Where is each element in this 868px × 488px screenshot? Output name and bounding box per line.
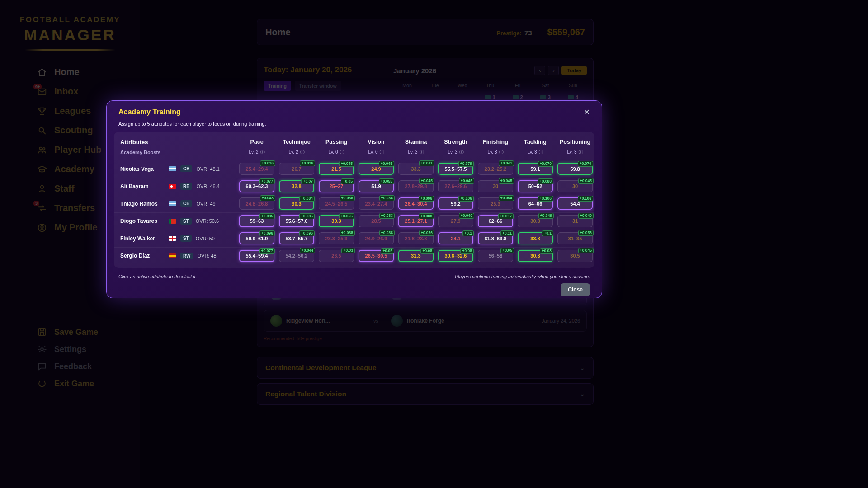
attribute-value: 30.5 — [570, 253, 580, 258]
attribute-cell-wrap: 60.3–62.3+0.077 — [237, 180, 277, 192]
attribute-cell-passing[interactable]: 26.5+0.03 — [319, 250, 354, 262]
attribute-cell-finishing[interactable]: 30+0.045 — [478, 180, 513, 192]
attribute-value: 27.9 — [451, 218, 460, 224]
info-icon[interactable]: ⓘ — [578, 150, 583, 155]
attribute-cell-vision[interactable]: 26.5–30.5+0.05 — [359, 250, 394, 262]
attribute-cell-passing[interactable]: 23.3–25.3+0.038 — [319, 232, 354, 244]
flag-es-icon — [169, 253, 176, 258]
attribute-cell-technique[interactable]: 54.2–56.2+0.044 — [279, 250, 314, 262]
attribute-value: 30 — [493, 183, 498, 189]
attribute-cell-finishing[interactable]: 25.3+0.054 — [478, 197, 513, 210]
attribute-cell-passing[interactable]: 21.5+0.045 — [319, 163, 354, 175]
info-icon[interactable]: ⓘ — [379, 150, 384, 155]
attribute-cell-wrap: 27.9+0.049 — [436, 215, 476, 227]
attribute-cell-strength[interactable]: 55.5–57.5+0.079 — [438, 163, 473, 175]
info-icon[interactable]: ⓘ — [260, 150, 264, 155]
attribute-value: 23.4–27.4 — [365, 201, 387, 206]
attribute-cell-tackling[interactable]: 30.8+0.08 — [518, 250, 553, 262]
attribute-cell-positioning[interactable]: 54.4+0.106 — [557, 197, 593, 210]
gain-badge: +0.054 — [499, 195, 514, 201]
attribute-cell-tackling[interactable]: 50–52+0.088 — [518, 180, 553, 192]
gain-badge: +0.041 — [499, 160, 514, 166]
attribute-value: 59.2 — [451, 201, 460, 206]
attribute-cell-wrap: 26.5+0.03 — [316, 250, 356, 262]
attribute-cell-wrap: 30+0.045 — [555, 180, 595, 192]
attribute-cell-pace[interactable]: 55.4–59.4+0.077 — [239, 250, 274, 262]
attribute-cell-passing[interactable]: 25–27+0.05 — [319, 180, 354, 192]
gain-badge: +0.097 — [498, 213, 514, 219]
attribute-cell-strength[interactable]: 30.6–32.6+0.08 — [438, 250, 473, 262]
attribute-cell-positioning[interactable]: 30.5+0.045 — [557, 250, 593, 262]
attribute-cell-positioning[interactable]: 31+0.049 — [557, 215, 593, 227]
gain-badge: +0.038 — [340, 230, 355, 236]
attribute-cell-stamina[interactable]: 27.8–29.8+0.045 — [398, 180, 434, 192]
attribute-cell-positioning[interactable]: 31–35+0.056 — [557, 232, 593, 244]
attribute-cell-vision[interactable]: 23.4–27.4+0.036 — [359, 197, 394, 210]
attribute-value: 53.7–55.7 — [286, 236, 308, 241]
gain-badge: +0.045 — [499, 178, 514, 184]
attribute-cell-technique[interactable]: 32.8+0.07 — [279, 180, 314, 192]
attribute-cell-strength[interactable]: 59.2+0.106 — [438, 197, 473, 210]
attribute-cell-strength[interactable]: 27.6–29.6+0.045 — [438, 180, 473, 192]
attribute-cell-positioning[interactable]: 30+0.045 — [557, 180, 593, 192]
info-icon[interactable]: ⓘ — [499, 150, 503, 155]
attribute-cell-passing[interactable]: 24.5–26.5+0.036 — [319, 197, 354, 210]
info-icon[interactable]: ⓘ — [419, 150, 424, 155]
attribute-cell-tackling[interactable]: 64–66+0.106 — [518, 197, 553, 210]
attribute-cell-finishing[interactable]: 61.8–63.8+0.11 — [478, 232, 513, 244]
boost-level-finishing: Lv. 3ⓘ — [476, 149, 515, 155]
attribute-cell-pace[interactable]: 25.4–29.4+0.036 — [239, 163, 274, 175]
attribute-cell-stamina[interactable]: 31.3+0.08 — [398, 250, 434, 262]
attribute-cell-vision[interactable]: 24.9–26.9+0.038 — [359, 232, 394, 244]
attribute-cell-technique[interactable]: 53.7–55.7+0.096 — [279, 232, 314, 244]
attribute-cell-vision[interactable]: 28.5+0.033 — [359, 215, 394, 227]
column-header-tackling: Tackling — [515, 139, 555, 145]
boost-level-value: Lv. 3 — [448, 150, 458, 155]
attribute-cell-technique[interactable]: 55.6–57.6+0.085 — [279, 215, 314, 227]
attribute-value: 26.7 — [292, 166, 301, 172]
attribute-cell-stamina[interactable]: 26.4–30.4+0.096 — [398, 197, 434, 210]
attribute-cell-wrap: 25.1–27.1+0.088 — [396, 215, 436, 227]
info-icon[interactable]: ⓘ — [300, 150, 304, 155]
attribute-cell-pace[interactable]: 24.8–26.8+0.048 — [239, 197, 274, 210]
attribute-cell-stamina[interactable]: 25.1–27.1+0.088 — [398, 215, 434, 227]
attribute-cell-finishing[interactable]: 56–58+0.05 — [478, 250, 513, 262]
attribute-cell-passing[interactable]: 30.3+0.055 — [319, 215, 354, 227]
gain-badge: +0.08 — [420, 248, 434, 254]
close-button[interactable]: Close — [561, 283, 590, 296]
attribute-value: 26.5–30.5 — [365, 253, 387, 258]
attribute-cell-strength[interactable]: 27.9+0.049 — [438, 215, 473, 227]
attribute-cell-finishing[interactable]: 23.2–25.2+0.041 — [478, 163, 513, 175]
attribute-cell-stamina[interactable]: 21.8–23.8+0.056 — [398, 232, 434, 244]
attribute-cell-tackling[interactable]: 33.8+0.1 — [518, 232, 553, 244]
attribute-cell-technique[interactable]: 26.7+0.036 — [279, 163, 314, 175]
close-icon[interactable]: ✕ — [584, 108, 590, 116]
attribute-cell-pace[interactable]: 60.3–62.3+0.077 — [239, 180, 274, 192]
attribute-cell-positioning[interactable]: 59.8+0.079 — [557, 163, 593, 175]
training-table: Attributes PaceTechniquePassingVisionSta… — [114, 132, 594, 268]
gain-badge: +0.049 — [578, 213, 594, 219]
attribute-cell-tackling[interactable]: 30.8+0.049 — [518, 215, 553, 227]
attribute-cell-wrap: 27.8–29.8+0.045 — [396, 180, 436, 192]
attribute-cell-pace[interactable]: 59–63+0.085 — [239, 215, 274, 227]
attribute-cell-vision[interactable]: 24.9+0.045 — [359, 163, 394, 175]
attribute-cell-wrap: 51.9+0.055 — [356, 180, 396, 192]
attribute-cell-finishing[interactable]: 62–66+0.097 — [478, 215, 513, 227]
info-icon[interactable]: ⓘ — [340, 150, 344, 155]
gain-badge: +0.03 — [341, 248, 355, 253]
attribute-cell-stamina[interactable]: 33.3+0.041 — [398, 163, 434, 175]
player-name: Nicolás Vega — [120, 166, 165, 172]
gain-badge: +0.08 — [540, 248, 553, 254]
info-icon[interactable]: ⓘ — [538, 150, 543, 155]
attribute-cell-wrap: 25.3+0.054 — [476, 197, 515, 210]
info-icon[interactable]: ⓘ — [459, 150, 463, 155]
attribute-cell-vision[interactable]: 51.9+0.055 — [359, 180, 394, 192]
attribute-cell-strength[interactable]: 24.1+0.1 — [438, 232, 473, 244]
player-name: Sergio Díaz — [120, 253, 165, 259]
attribute-value: 30.3 — [331, 218, 341, 224]
attribute-value: 33.8 — [530, 236, 540, 241]
attribute-cell-tackling[interactable]: 59.1+0.079 — [518, 163, 553, 175]
attribute-cell-pace[interactable]: 59.9–61.9+0.096 — [239, 232, 274, 244]
attribute-cell-technique[interactable]: 30.3+0.084 — [279, 197, 314, 210]
table-header-row: Attributes PaceTechniquePassingVisionSta… — [114, 136, 594, 147]
